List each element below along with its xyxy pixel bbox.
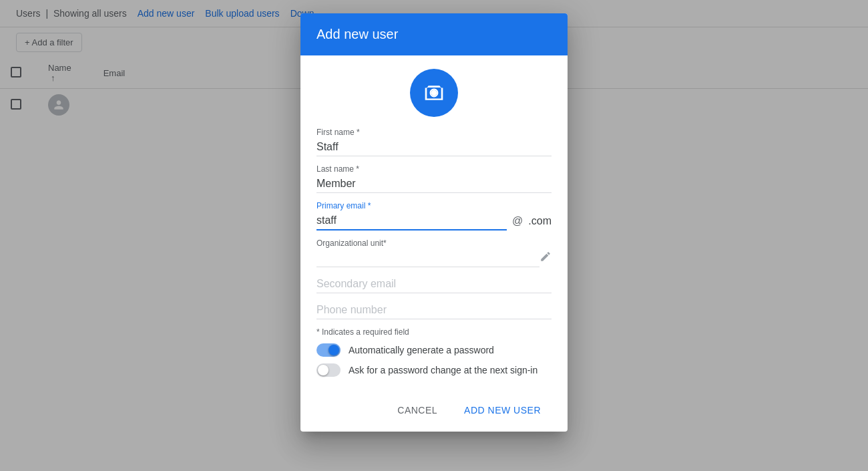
auto-password-row: Automatically generate a password (316, 343, 552, 357)
org-unit-input[interactable] (316, 249, 539, 267)
email-at: @ (512, 215, 523, 227)
toggle-thumb-on (329, 345, 339, 355)
add-user-dialog: Add new user First name * Last name * (300, 13, 568, 432)
secondary-email-group (316, 275, 552, 293)
dialog-body: First name * Last name * Primary email *… (300, 55, 568, 394)
last-name-input[interactable] (316, 175, 552, 193)
password-change-row: Ask for a password change at the next si… (316, 363, 552, 377)
required-note: * Indicates a required field (316, 327, 552, 337)
org-unit-group: Organizational unit* (316, 239, 552, 267)
password-change-toggle[interactable] (316, 363, 341, 377)
add-new-user-button[interactable]: ADD NEW USER (453, 400, 552, 421)
camera-icon (423, 82, 445, 104)
phone-input[interactable] (316, 301, 552, 319)
dialog-actions: CANCEL ADD NEW USER (300, 394, 568, 432)
auto-password-label: Automatically generate a password (349, 345, 494, 355)
primary-email-group: Primary email * @ .com (316, 201, 552, 230)
first-name-label: First name * (316, 128, 552, 137)
dialog-header: Add new user (300, 13, 568, 55)
org-unit-label: Organizational unit* (316, 239, 552, 248)
avatar-upload-button[interactable] (410, 69, 458, 117)
email-row: @ .com (316, 212, 552, 230)
primary-email-label: Primary email * (316, 201, 552, 210)
org-unit-row (316, 249, 552, 267)
first-name-group: First name * (316, 128, 552, 156)
email-domain: .com (528, 215, 552, 227)
toggle-thumb-off (318, 365, 329, 375)
email-username-input[interactable] (316, 212, 507, 230)
secondary-email-input[interactable] (316, 275, 552, 293)
phone-group (316, 301, 552, 319)
edit-icon[interactable] (539, 251, 552, 266)
first-name-input[interactable] (316, 138, 552, 156)
modal-overlay: Add new user First name * Last name * (0, 0, 868, 471)
auto-password-toggle[interactable] (316, 343, 341, 357)
last-name-group: Last name * (316, 164, 552, 193)
password-change-label: Ask for a password change at the next si… (349, 365, 537, 375)
svg-point-0 (431, 90, 437, 96)
last-name-label: Last name * (316, 164, 552, 174)
avatar-upload-container (316, 55, 552, 128)
dialog-title: Add new user (316, 27, 398, 41)
cancel-button[interactable]: CANCEL (387, 400, 448, 421)
